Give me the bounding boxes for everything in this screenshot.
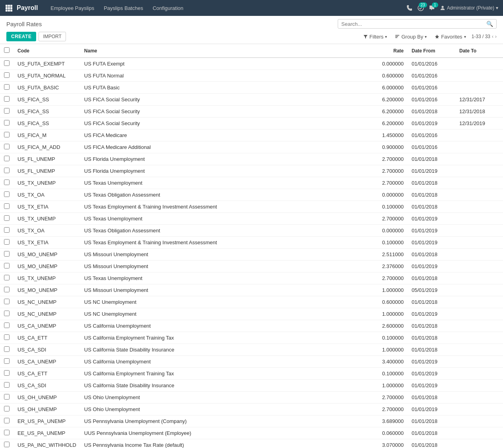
- apps-icon[interactable]: [5, 4, 13, 12]
- row-checkbox-cell[interactable]: [0, 427, 14, 439]
- table-row[interactable]: US_FL_UNEMP US Florida Unemployment 2.70…: [0, 153, 503, 165]
- row-checkbox[interactable]: [4, 132, 10, 137]
- row-checkbox-cell[interactable]: [0, 249, 14, 261]
- row-checkbox[interactable]: [4, 227, 10, 233]
- create-button[interactable]: CREATE: [6, 32, 36, 41]
- table-row[interactable]: US_MO_UNEMP US Missouri Unemployment 2.3…: [0, 261, 503, 272]
- table-row[interactable]: US_CA_UNEMP US California Unemployment 3…: [0, 356, 503, 368]
- row-checkbox[interactable]: [4, 72, 10, 78]
- table-row[interactable]: US_FICA_SS US FICA Social Security 6.200…: [0, 106, 503, 118]
- table-row[interactable]: US_NC_UNEMP US NC Unemployment 0.600000 …: [0, 296, 503, 308]
- row-checkbox[interactable]: [4, 322, 10, 328]
- table-row[interactable]: US_CA_ETT US California Employment Train…: [0, 368, 503, 380]
- row-checkbox-cell[interactable]: [0, 415, 14, 427]
- group-by-button[interactable]: Group By ▾: [393, 33, 429, 41]
- row-checkbox-cell[interactable]: [0, 380, 14, 392]
- row-checkbox[interactable]: [4, 168, 10, 173]
- next-page-button[interactable]: ›: [495, 34, 497, 39]
- table-row[interactable]: US_CA_UNEMP US California Unemployment 2…: [0, 320, 503, 332]
- row-checkbox[interactable]: [4, 370, 10, 376]
- table-row[interactable]: EE_US_PA_UNEMP UUS Pennsylvania Unemploy…: [0, 427, 503, 439]
- row-checkbox[interactable]: [4, 299, 10, 304]
- header-name[interactable]: Name: [80, 44, 364, 58]
- table-row[interactable]: US_OH_UNEMP US Ohio Unemployment 2.70000…: [0, 404, 503, 415]
- table-row[interactable]: US_MO_UNEMP US Missouri Unemployment 2.5…: [0, 249, 503, 261]
- row-checkbox-cell[interactable]: [0, 332, 14, 344]
- table-row[interactable]: US_MO_UNEMP US Missouri Unemployment 1.0…: [0, 284, 503, 296]
- nav-payslips-batches[interactable]: Payslips Batches: [99, 0, 148, 16]
- row-checkbox[interactable]: [4, 108, 10, 114]
- row-checkbox-cell[interactable]: [0, 272, 14, 284]
- row-checkbox-cell[interactable]: [0, 368, 14, 380]
- row-checkbox-cell[interactable]: [0, 439, 14, 448]
- row-checkbox-cell[interactable]: [0, 82, 14, 94]
- table-row[interactable]: US_TX_UNEMP US Texas Unemployment 2.7000…: [0, 177, 503, 189]
- row-checkbox-cell[interactable]: [0, 118, 14, 129]
- row-checkbox[interactable]: [4, 60, 10, 66]
- row-checkbox-cell[interactable]: [0, 344, 14, 356]
- search-input[interactable]: [341, 21, 486, 27]
- table-row[interactable]: US_FUTA_BASIC US FUTA Basic 6.000000 01/…: [0, 82, 503, 94]
- row-checkbox-cell[interactable]: [0, 58, 14, 70]
- row-checkbox[interactable]: [4, 430, 10, 435]
- row-checkbox-cell[interactable]: [0, 284, 14, 296]
- row-checkbox[interactable]: [4, 394, 10, 400]
- header-date-to[interactable]: Date To: [455, 44, 503, 58]
- row-checkbox[interactable]: [4, 144, 10, 149]
- table-row[interactable]: US_TX_OA US Texas Obligation Assessment …: [0, 225, 503, 237]
- row-checkbox-cell[interactable]: [0, 308, 14, 320]
- user-menu[interactable]: Administrator (Private) ▾: [440, 5, 498, 11]
- table-row[interactable]: US_TX_OA US Texas Obligation Assessment …: [0, 189, 503, 201]
- table-row[interactable]: US_PA_INC_WITHHOLD US Pennsylvania Incom…: [0, 439, 503, 448]
- row-checkbox[interactable]: [4, 84, 10, 90]
- row-checkbox-cell[interactable]: [0, 141, 14, 153]
- nav-configuration[interactable]: Configuration: [148, 0, 188, 16]
- table-row[interactable]: US_TX_UNEMP US Texas Unemployment 2.7000…: [0, 272, 503, 284]
- row-checkbox-cell[interactable]: [0, 225, 14, 237]
- activity-icon[interactable]: 23: [418, 5, 424, 11]
- select-all-checkbox[interactable]: [4, 47, 10, 53]
- row-checkbox-cell[interactable]: [0, 356, 14, 368]
- table-row[interactable]: US_FICA_SS US FICA Social Security 6.200…: [0, 94, 503, 106]
- row-checkbox[interactable]: [4, 156, 10, 161]
- search-box[interactable]: 🔍: [338, 19, 497, 29]
- row-checkbox[interactable]: [4, 120, 10, 126]
- select-all-header[interactable]: [0, 44, 14, 58]
- row-checkbox[interactable]: [4, 406, 10, 411]
- row-checkbox-cell[interactable]: [0, 177, 14, 189]
- row-checkbox[interactable]: [4, 203, 10, 209]
- row-checkbox[interactable]: [4, 358, 10, 364]
- row-checkbox[interactable]: [4, 96, 10, 102]
- header-date-from[interactable]: Date From: [408, 44, 455, 58]
- table-row[interactable]: US_FICA_M_ADD US FICA Medicare Additiona…: [0, 141, 503, 153]
- prev-page-button[interactable]: ‹: [492, 34, 493, 39]
- row-checkbox-cell[interactable]: [0, 320, 14, 332]
- row-checkbox[interactable]: [4, 346, 10, 352]
- row-checkbox[interactable]: [4, 215, 10, 221]
- table-row[interactable]: US_OH_UNEMP US Ohio Unemployment 2.70000…: [0, 392, 503, 404]
- row-checkbox-cell[interactable]: [0, 129, 14, 141]
- row-checkbox-cell[interactable]: [0, 94, 14, 106]
- header-rate[interactable]: Rate: [364, 44, 408, 58]
- import-button[interactable]: IMPORT: [39, 32, 66, 41]
- row-checkbox-cell[interactable]: [0, 404, 14, 415]
- row-checkbox-cell[interactable]: [0, 392, 14, 404]
- table-row[interactable]: US_TX_UNEMP US Texas Unemployment 2.7000…: [0, 213, 503, 225]
- filters-button[interactable]: Filters ▾: [361, 33, 389, 41]
- table-row[interactable]: US_TX_ETIA US Texas Employment & Trainin…: [0, 237, 503, 249]
- header-code[interactable]: Code: [14, 44, 80, 58]
- table-row[interactable]: US_NC_UNEMP US NC Unemployment 1.000000 …: [0, 308, 503, 320]
- row-checkbox-cell[interactable]: [0, 213, 14, 225]
- row-checkbox[interactable]: [4, 191, 10, 197]
- favorites-button[interactable]: Favorites ▾: [432, 33, 468, 41]
- row-checkbox-cell[interactable]: [0, 296, 14, 308]
- row-checkbox-cell[interactable]: [0, 153, 14, 165]
- row-checkbox[interactable]: [4, 263, 10, 268]
- row-checkbox-cell[interactable]: [0, 189, 14, 201]
- row-checkbox[interactable]: [4, 311, 10, 316]
- table-row[interactable]: US_CA_SDI US California State Disability…: [0, 380, 503, 392]
- row-checkbox[interactable]: [4, 382, 10, 388]
- table-row[interactable]: US_CA_SDI US California State Disability…: [0, 344, 503, 356]
- table-row[interactable]: US_FICA_M US FICA Medicare 1.450000 01/0…: [0, 129, 503, 141]
- table-row[interactable]: US_CA_ETT US California Employment Train…: [0, 332, 503, 344]
